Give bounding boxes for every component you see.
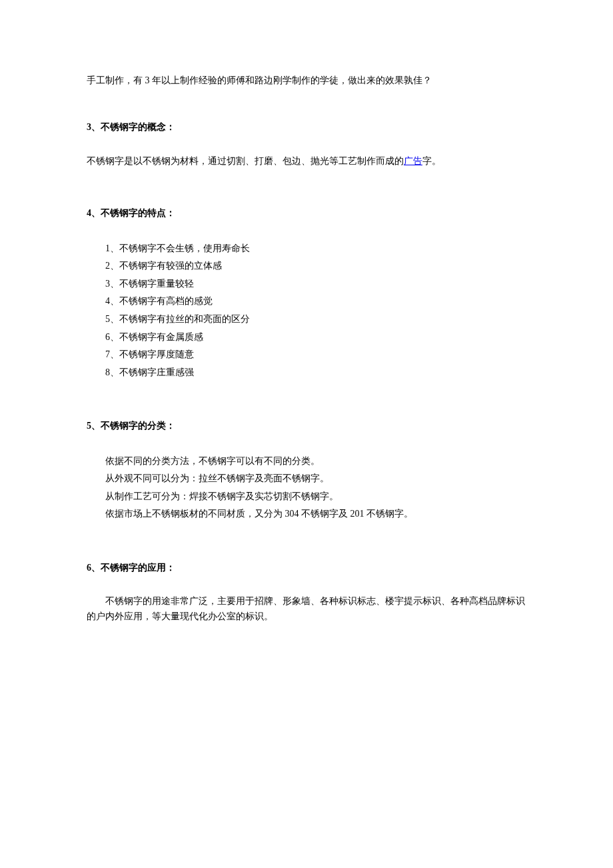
heading-application: 6、不锈钢字的应用： <box>87 561 526 575</box>
heading-features: 4、不锈钢字的特点： <box>87 206 526 221</box>
feature-item: 4、不锈钢字有高档的感觉 <box>105 293 526 311</box>
heading-classification: 5、不锈钢字的分类： <box>87 419 526 433</box>
application-body: 不锈钢字的用途非常广泛，主要用于招牌、形象墙、各种标识标志、楼宇提示标识、各种高… <box>87 594 526 624</box>
section-application: 6、不锈钢字的应用： 不锈钢字的用途非常广泛，主要用于招牌、形象墙、各种标识标志… <box>87 561 526 624</box>
feature-item: 8、不锈钢字庄重感强 <box>105 364 526 382</box>
feature-item: 1、不锈钢字不会生锈，使用寿命长 <box>105 240 526 258</box>
classification-line: 从外观不同可以分为：拉丝不锈钢字及亮面不锈钢字。 <box>105 470 526 488</box>
heading-concept: 3、不锈钢字的概念： <box>87 120 526 135</box>
feature-item: 7、不锈钢字厚度随意 <box>105 346 526 364</box>
feature-item: 3、不锈钢字重量较轻 <box>105 275 526 293</box>
section-concept: 3、不锈钢字的概念： 不锈钢字是以不锈钢为材料，通过切割、打磨、包边、抛光等工艺… <box>87 120 526 169</box>
feature-item: 5、不锈钢字有拉丝的和亮面的区分 <box>105 311 526 329</box>
classification-line: 依据市场上不锈钢板材的不同材质，又分为 304 不锈钢字及 201 不锈钢字。 <box>105 505 526 523</box>
feature-item: 6、不锈钢字有金属质感 <box>105 329 526 347</box>
classification-line: 依据不同的分类方法，不锈钢字可以有不同的分类。 <box>105 453 526 471</box>
concept-text-before: 不锈钢字是以不锈钢为材料，通过切割、打磨、包边、抛光等工艺制作而成的 <box>87 156 404 166</box>
concept-text-after: 字。 <box>422 156 441 166</box>
intro-text: 手工制作，有 3 年以上制作经验的师傅和路边刚学制作的学徒，做出来的效果孰佳？ <box>87 75 432 85</box>
application-text: 不锈钢字的用途非常广泛，主要用于招牌、形象墙、各种标识标志、楼宇提示标识、各种高… <box>87 596 525 621</box>
feature-item: 2、不锈钢字有较强的立体感 <box>105 257 526 275</box>
feature-list: 1、不锈钢字不会生锈，使用寿命长 2、不锈钢字有较强的立体感 3、不锈钢字重量较… <box>87 240 526 382</box>
ad-link[interactable]: 广告 <box>404 156 422 166</box>
classification-line: 从制作工艺可分为：焊接不锈钢字及实芯切割不锈钢字。 <box>105 488 526 506</box>
concept-body: 不锈钢字是以不锈钢为材料，通过切割、打磨、包边、抛光等工艺制作而成的广告字。 <box>87 154 526 169</box>
classification-body: 依据不同的分类方法，不锈钢字可以有不同的分类。 从外观不同可以分为：拉丝不锈钢字… <box>87 453 526 523</box>
intro-paragraph: 手工制作，有 3 年以上制作经验的师傅和路边刚学制作的学徒，做出来的效果孰佳？ <box>87 73 526 88</box>
section-classification: 5、不锈钢字的分类： 依据不同的分类方法，不锈钢字可以有不同的分类。 从外观不同… <box>87 419 526 523</box>
section-features: 4、不锈钢字的特点： 1、不锈钢字不会生锈，使用寿命长 2、不锈钢字有较强的立体… <box>87 206 526 381</box>
